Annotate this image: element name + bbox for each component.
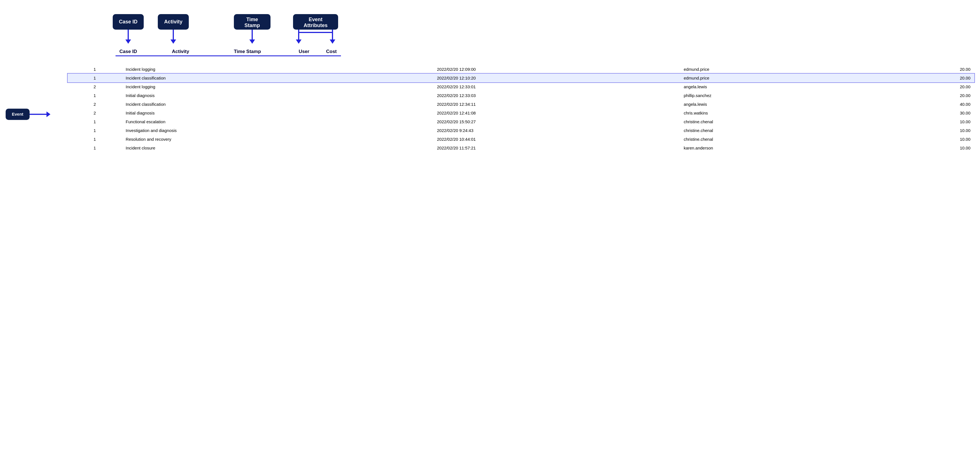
cell-2: 2022/02/20 12:09:00 bbox=[433, 65, 680, 74]
cell-1: Investigation and diagnosis bbox=[122, 126, 433, 135]
event-label: Event bbox=[6, 109, 51, 120]
table-row: 2Initial diagnosis2022/02/20 12:41:08chr… bbox=[68, 109, 974, 117]
table-row: 1Resolution and recovery2022/02/20 10:44… bbox=[68, 135, 974, 144]
cell-1: Incident logging bbox=[122, 82, 433, 91]
cell-1: Functional escalation bbox=[122, 117, 433, 126]
cell-3: christine.chenal bbox=[679, 135, 877, 144]
cell-2: 2022/02/20 15:50:27 bbox=[433, 117, 680, 126]
table-row: 1Incident classification2022/02/20 12:10… bbox=[68, 74, 974, 82]
cell-2: 2022/02/20 12:34:11 bbox=[433, 100, 680, 109]
cell-3: angela.lewis bbox=[679, 100, 877, 109]
cell-1: Initial diagnosis bbox=[122, 109, 433, 117]
cell-0: 2 bbox=[68, 82, 122, 91]
table-row: 1Initial diagnosis2022/02/20 12:33:03phi… bbox=[68, 91, 974, 100]
table-row: 1Incident closure2022/02/20 11:57:21kare… bbox=[68, 144, 974, 152]
cell-3: christine.chenal bbox=[679, 126, 877, 135]
svg-marker-13 bbox=[170, 40, 176, 44]
svg-text:Activity: Activity bbox=[164, 19, 182, 24]
cell-4: 20.00 bbox=[877, 74, 974, 82]
svg-text:Case ID: Case ID bbox=[119, 49, 137, 54]
cell-0: 1 bbox=[68, 74, 122, 82]
cell-4: 20.00 bbox=[877, 91, 974, 100]
svg-text:Case ID: Case ID bbox=[119, 19, 137, 24]
cell-2: 2022/02/20 12:33:01 bbox=[433, 82, 680, 91]
svg-marker-20 bbox=[296, 40, 302, 44]
svg-marker-11 bbox=[126, 40, 131, 44]
cell-1: Incident closure bbox=[122, 144, 433, 152]
table-row: 2Incident logging2022/02/20 12:33:01ange… bbox=[68, 82, 974, 91]
cell-2: 2022/02/20 9:24:43 bbox=[433, 126, 680, 135]
cell-1: Incident logging bbox=[122, 65, 433, 74]
cell-3: karen.anderson bbox=[679, 144, 877, 152]
svg-marker-22 bbox=[330, 40, 335, 44]
cell-0: 1 bbox=[68, 126, 122, 135]
cell-1: Incident classification bbox=[122, 74, 433, 82]
svg-text:Time: Time bbox=[246, 17, 258, 22]
cell-3: chris.watkins bbox=[679, 109, 877, 117]
cell-4: 10.00 bbox=[877, 144, 974, 152]
svg-text:Stamp: Stamp bbox=[244, 22, 260, 28]
cell-0: 1 bbox=[68, 65, 122, 74]
event-arrow bbox=[30, 112, 51, 117]
cell-4: 20.00 bbox=[877, 65, 974, 74]
cell-4: 40.00 bbox=[877, 100, 974, 109]
cell-1: Resolution and recovery bbox=[122, 135, 433, 144]
cell-3: edmund.price bbox=[679, 65, 877, 74]
cell-3: christine.chenal bbox=[679, 117, 877, 126]
cell-4: 20.00 bbox=[877, 82, 974, 91]
svg-marker-15 bbox=[249, 40, 255, 44]
event-badge: Event bbox=[6, 109, 30, 120]
cell-4: 10.00 bbox=[877, 135, 974, 144]
svg-text:Event: Event bbox=[309, 17, 322, 22]
cell-4: 10.00 bbox=[877, 126, 974, 135]
cell-3: edmund.price bbox=[679, 74, 877, 82]
event-log-table: 1Incident logging2022/02/20 12:09:00edmu… bbox=[68, 65, 974, 152]
cell-1: Initial diagnosis bbox=[122, 91, 433, 100]
cell-3: angela.lewis bbox=[679, 82, 877, 91]
cell-0: 1 bbox=[68, 135, 122, 144]
svg-text:User: User bbox=[299, 49, 309, 54]
cell-0: 2 bbox=[68, 100, 122, 109]
table-row: 1Investigation and diagnosis2022/02/20 9… bbox=[68, 126, 974, 135]
cell-2: 2022/02/20 10:44:01 bbox=[433, 135, 680, 144]
cell-4: 30.00 bbox=[877, 109, 974, 117]
table-row: 2Incident classification2022/02/20 12:34… bbox=[68, 100, 974, 109]
cell-3: phillip.sanchez bbox=[679, 91, 877, 100]
cell-0: 1 bbox=[68, 117, 122, 126]
cell-1: Incident classification bbox=[122, 100, 433, 109]
cell-0: 1 bbox=[68, 144, 122, 152]
svg-text:Cost: Cost bbox=[326, 49, 337, 54]
cell-4: 10.00 bbox=[877, 117, 974, 126]
svg-text:Attributes: Attributes bbox=[304, 22, 328, 28]
cell-2: 2022/02/20 11:57:21 bbox=[433, 144, 680, 152]
svg-text:Time Stamp: Time Stamp bbox=[234, 49, 261, 54]
cell-2: 2022/02/20 12:33:03 bbox=[433, 91, 680, 100]
svg-text:Activity: Activity bbox=[172, 49, 189, 54]
cell-2: 2022/02/20 12:10:20 bbox=[433, 74, 680, 82]
cell-0: 1 bbox=[68, 91, 122, 100]
cell-0: 2 bbox=[68, 109, 122, 117]
table-row: 1Incident logging2022/02/20 12:09:00edmu… bbox=[68, 65, 974, 74]
table-row: 1Functional escalation2022/02/20 15:50:2… bbox=[68, 117, 974, 126]
cell-2: 2022/02/20 12:41:08 bbox=[433, 109, 680, 117]
